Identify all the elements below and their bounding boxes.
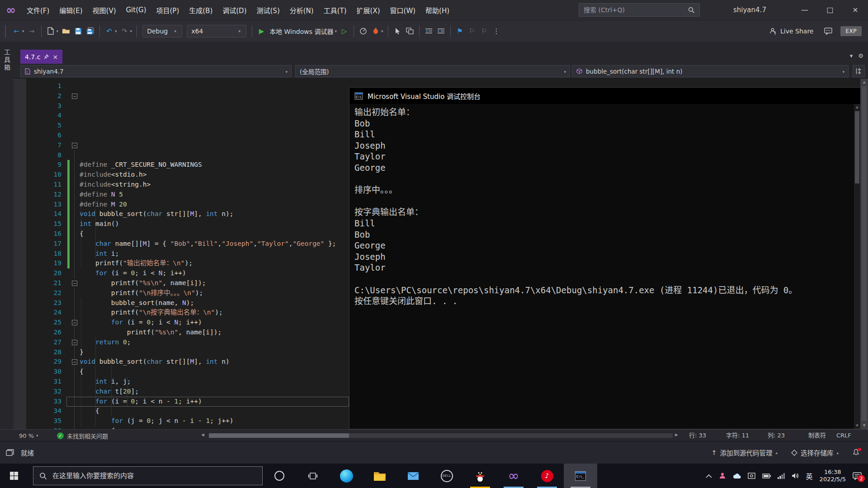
diff-windows-icon[interactable] bbox=[404, 25, 415, 37]
scroll-up-icon[interactable]: ▲ bbox=[854, 105, 860, 109]
scrollbar-thumb[interactable] bbox=[862, 86, 867, 421]
taskbar-search-input[interactable] bbox=[52, 472, 256, 480]
taskbar-clock[interactable]: 16:38 2022/5/5 bbox=[820, 469, 846, 483]
toolbar-grip[interactable] bbox=[5, 25, 6, 37]
code-folding-margin[interactable]: −−−−−− bbox=[71, 79, 79, 429]
fold-collapse-toggle[interactable]: − bbox=[72, 340, 77, 345]
menu-item-window[interactable]: 窗口(W) bbox=[385, 0, 421, 20]
editor-horizontal-scrollbar[interactable] bbox=[209, 433, 673, 438]
action-center-button[interactable]: 2 bbox=[853, 472, 862, 480]
toolbar-overflow-icon[interactable]: ⋮ bbox=[491, 25, 502, 37]
menu-item-analyze[interactable]: 分析(N) bbox=[285, 0, 319, 20]
menu-item-edit[interactable]: 编辑(E) bbox=[54, 0, 87, 20]
run-to-cursor-icon[interactable] bbox=[392, 25, 403, 37]
document-tab[interactable]: 4.7.c × bbox=[20, 50, 62, 64]
undo-dropdown-icon[interactable]: ▾ bbox=[115, 29, 117, 33]
hot-reload-icon[interactable] bbox=[370, 25, 381, 37]
fold-collapse-toggle[interactable]: − bbox=[72, 320, 77, 325]
debug-console-window[interactable]: C:\ Microsoft Visual Studio 调试控制台 输出初始名单… bbox=[349, 87, 860, 429]
tabs-mode-indicator[interactable]: 制表符 bbox=[808, 430, 826, 441]
editor-vertical-scrollbar[interactable]: ▲ ▼ bbox=[860, 79, 868, 429]
menu-item-project[interactable]: 项目(P) bbox=[151, 0, 184, 20]
scroll-left-icon[interactable]: ◀ bbox=[201, 432, 204, 437]
vs-logo-icon[interactable]: ∞ bbox=[0, 3, 22, 17]
menu-item-extensions[interactable]: 扩展(X) bbox=[352, 0, 385, 20]
mail-button[interactable] bbox=[396, 464, 430, 488]
maximize-button[interactable]: □ bbox=[817, 0, 843, 20]
task-view-button[interactable] bbox=[296, 464, 330, 488]
scroll-down-icon[interactable]: ▼ bbox=[854, 424, 860, 427]
performance-profiler-icon[interactable] bbox=[358, 25, 369, 37]
menu-item-help[interactable]: 帮助(H) bbox=[420, 0, 454, 20]
netease-music-button[interactable]: ♪ bbox=[530, 464, 564, 488]
scroll-up-icon[interactable]: ▲ bbox=[860, 79, 868, 86]
network-signal-tray-icon[interactable] bbox=[778, 473, 785, 479]
editor-options-gear-icon[interactable]: ⚙ bbox=[858, 52, 863, 59]
terminal-button[interactable]: C:\_ bbox=[564, 464, 597, 488]
menu-item-git[interactable]: Git(G) bbox=[121, 0, 151, 20]
member-select[interactable]: bubble_sort(char str[][M], int n) ▾ bbox=[572, 65, 849, 77]
send-feedback-icon[interactable] bbox=[822, 25, 834, 37]
breakpoint-margin[interactable] bbox=[14, 79, 26, 429]
scrollbar-thumb[interactable] bbox=[209, 433, 349, 438]
debug-target-label[interactable]: 本地 Windows 调试器 bbox=[269, 27, 333, 36]
cloud-sync-tray-icon[interactable] bbox=[733, 473, 741, 479]
qq-tray-icon[interactable] bbox=[719, 472, 726, 479]
live-share-icon[interactable] bbox=[767, 25, 778, 37]
menu-item-test[interactable]: 测试(S) bbox=[252, 0, 285, 20]
hot-reload-dropdown-icon[interactable]: ▾ bbox=[381, 29, 383, 33]
toolbox-vertical-tab[interactable]: 工具箱 bbox=[2, 49, 11, 72]
zoom-select[interactable]: 90 % ▾ bbox=[19, 430, 40, 441]
scroll-right-icon[interactable]: ▶ bbox=[675, 432, 678, 437]
solution-configuration-select[interactable]: Debug ▾ bbox=[142, 25, 182, 38]
line-ending-indicator[interactable]: CRLF bbox=[836, 430, 851, 441]
console-output[interactable]: 输出初始名单：BobBillJosephTaylorGeorge 排序中。。。 … bbox=[349, 104, 854, 429]
solution-platform-select[interactable]: x64 ▾ bbox=[187, 25, 246, 38]
toggle-bookmark-icon[interactable]: ⚑ bbox=[454, 25, 466, 37]
visual-studio-button[interactable]: ∞ bbox=[497, 464, 530, 488]
console-title-bar[interactable]: C:\ Microsoft Visual Studio 调试控制台 bbox=[349, 88, 860, 104]
start-without-debugging-button[interactable]: ▷ bbox=[339, 25, 350, 37]
tab-close-icon[interactable]: × bbox=[52, 53, 58, 61]
save-all-button[interactable] bbox=[85, 25, 96, 37]
minimize-button[interactable]: — bbox=[792, 0, 817, 20]
new-file-dropdown-icon[interactable]: ▾ bbox=[57, 29, 59, 33]
fold-collapse-toggle[interactable]: − bbox=[72, 281, 77, 286]
battery-tray-icon[interactable] bbox=[762, 474, 771, 479]
menu-item-build[interactable]: 生成(B) bbox=[184, 0, 217, 20]
menu-item-debug[interactable]: 调试(D) bbox=[217, 0, 251, 20]
screenshot-tool-tray-icon[interactable] bbox=[748, 473, 755, 479]
tray-expand-chevron-icon[interactable] bbox=[706, 474, 712, 478]
close-button[interactable]: × bbox=[843, 0, 868, 20]
live-share-label[interactable]: Live Share bbox=[780, 28, 813, 35]
scroll-down-icon[interactable]: ▼ bbox=[860, 422, 868, 429]
add-to-source-control-button[interactable]: ↑ 添加到源代码管理 ▴ bbox=[711, 448, 778, 457]
open-file-button[interactable] bbox=[60, 25, 71, 37]
previous-bookmark-icon[interactable]: ⚐ bbox=[467, 25, 478, 37]
start-debugging-button[interactable]: ▶ bbox=[256, 25, 267, 37]
fold-collapse-toggle[interactable]: − bbox=[72, 143, 77, 148]
scrollbar-thumb[interactable] bbox=[855, 111, 859, 183]
navigate-forward-button[interactable]: → bbox=[26, 25, 38, 37]
background-tasks-icon[interactable] bbox=[6, 449, 14, 456]
quick-search-box[interactable] bbox=[579, 3, 700, 17]
menu-item-file[interactable]: 文件(F) bbox=[22, 0, 54, 20]
start-button[interactable] bbox=[0, 464, 28, 488]
navigate-back-dropdown-icon[interactable]: ▾ bbox=[22, 29, 24, 33]
fold-collapse-toggle[interactable]: − bbox=[72, 94, 77, 99]
dell-support-button[interactable]: DELL bbox=[430, 464, 463, 488]
save-button[interactable] bbox=[72, 25, 84, 37]
undo-button[interactable]: ↶ bbox=[104, 25, 115, 37]
taskbar-search-box[interactable] bbox=[33, 466, 263, 485]
navigate-back-button[interactable]: ← bbox=[11, 25, 22, 37]
search-input[interactable] bbox=[584, 6, 688, 14]
volume-tray-icon[interactable] bbox=[792, 473, 799, 479]
redo-button[interactable]: ↷ bbox=[119, 25, 130, 37]
qq-button[interactable] bbox=[463, 464, 497, 488]
scope-select[interactable]: (全局范围) ▾ bbox=[295, 65, 570, 77]
open-documents-dropdown-icon[interactable]: ▾ bbox=[850, 52, 853, 59]
new-file-button[interactable] bbox=[45, 25, 57, 37]
next-bookmark-icon[interactable]: ⚐ bbox=[479, 25, 490, 37]
edge-button[interactable] bbox=[330, 464, 363, 488]
console-scrollbar[interactable]: ▲ ▼ bbox=[854, 104, 860, 429]
